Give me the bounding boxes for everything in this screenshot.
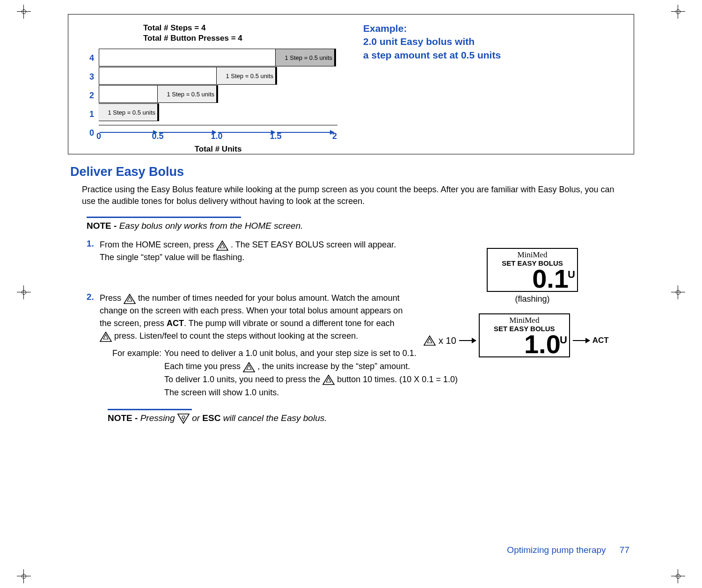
example-caption: Example: 2.0 unit Easy bolus with a step… <box>363 22 501 62</box>
up-arrow-icon <box>424 335 436 346</box>
crop-mark <box>17 569 31 583</box>
diagram-title-line: Total # Button Presses = 4 <box>143 33 242 44</box>
note-line: NOTE - Easy bolus only works from the HO… <box>87 221 669 231</box>
chapter-title: Optimizing pump therapy <box>507 545 606 555</box>
example-body: You need to deliver a 1.0 unit bolus, an… <box>164 347 458 399</box>
pump-screen: MiniMed SET EASY BOLUS 0.1U <box>487 248 578 292</box>
unit-label: U <box>560 335 567 345</box>
example-label: Example: <box>363 22 501 35</box>
step-text: Press the number of times needed for you… <box>100 292 404 342</box>
times-ten-label: x 10 <box>439 335 456 346</box>
arrow-right-icon <box>573 340 590 341</box>
svg-point-8 <box>182 416 185 419</box>
note-line: NOTE - Pressing or ESC will cancel the E… <box>108 413 669 424</box>
example-line: a step amount set at 0.5 units <box>363 49 501 62</box>
screen-illustration-1: MiniMed SET EASY BOLUS 0.1U (flashing) <box>487 248 578 304</box>
screen-value: 0.1U <box>490 267 574 290</box>
note-label: NOTE - <box>87 221 119 231</box>
crop-mark <box>671 569 685 583</box>
screen-brand: MiniMed <box>490 250 574 260</box>
example-line: 2.0 unit Easy bolus with <box>363 35 501 48</box>
step-text: From the HOME screen, press . The SET EA… <box>100 239 404 264</box>
page-number: 77 <box>620 545 629 555</box>
up-arrow-icon <box>100 331 112 342</box>
esc-key: ESC <box>202 413 220 423</box>
step-1: 1. From the HOME screen, press . The SET… <box>87 239 669 264</box>
step-number: 1. <box>87 239 100 264</box>
note-rule <box>108 409 192 410</box>
up-arrow-icon <box>243 362 255 373</box>
step-bar: 1 Step = 0.5 units <box>99 67 276 85</box>
diagram-titles: Total # Steps = 4 Total # Button Presses… <box>143 23 242 44</box>
crop-mark <box>671 285 685 299</box>
x-tick: 1.0 <box>211 131 222 141</box>
example-lead: For example: <box>112 347 161 399</box>
crop-mark <box>17 285 31 299</box>
page: Total # Steps = 4 Total # Button Presses… <box>33 5 669 583</box>
step-bar: 1 Step = 0.5 units <box>99 85 217 103</box>
unit-label: U <box>568 270 575 279</box>
y-tick: 4 <box>89 49 94 67</box>
step-bar: 1 Step = 0.5 units <box>99 103 158 121</box>
act-key: ACT <box>592 336 609 345</box>
screen-brand: MiniMed <box>483 316 566 325</box>
x-axis-title: Total # Units <box>99 145 337 154</box>
page-footer: Optimizing pump therapy 77 <box>507 545 629 555</box>
y-tick: 3 <box>89 67 94 86</box>
act-key: ACT <box>167 319 184 328</box>
diagram-title-line: Total # Steps = 4 <box>143 23 242 33</box>
note-rule <box>87 217 241 218</box>
x-tick: 0 <box>96 131 101 141</box>
y-axis-labels: 4 3 2 1 0 <box>89 49 94 142</box>
down-arrow-icon <box>177 413 190 424</box>
diagram-box: Total # Steps = 4 Total # Button Presses… <box>68 14 634 154</box>
up-arrow-icon <box>322 374 335 385</box>
x-tick: 0.5 <box>152 131 163 141</box>
y-tick: 2 <box>89 86 94 105</box>
intro-paragraph: Practice using the Easy Bolus feature wh… <box>82 184 622 207</box>
arrow-right-icon <box>459 340 476 341</box>
flashing-caption: (flashing) <box>487 294 578 304</box>
crop-mark <box>671 5 685 19</box>
screen-illustration-2: x 10 MiniMed SET EASY BOLUS 1.0U ACT <box>424 313 609 357</box>
note-text: Easy bolus only works from the HOME scre… <box>119 221 303 231</box>
bars: 1 Step = 0.5 units 1 Step = 0.5 units 1 … <box>99 49 337 121</box>
note-label: NOTE - <box>108 413 140 423</box>
y-tick: 1 <box>89 105 94 123</box>
up-arrow-icon <box>124 293 136 305</box>
step-diagram: Total # Steps = 4 Total # Button Presses… <box>78 23 340 145</box>
x-tick: 2 <box>332 131 337 141</box>
y-tick: 0 <box>89 123 94 142</box>
step-bar: 1 Step = 0.5 units <box>99 49 335 66</box>
step-number: 2. <box>87 292 100 342</box>
pump-screen: MiniMed SET EASY BOLUS 1.0U <box>479 313 570 357</box>
screen-value: 1.0U <box>483 333 566 356</box>
section-heading: Deliver Easy Bolus <box>70 165 669 179</box>
x-tick: 1.5 <box>270 131 281 141</box>
x-axis <box>99 125 337 125</box>
crop-mark <box>17 5 31 19</box>
up-arrow-icon <box>216 240 228 251</box>
